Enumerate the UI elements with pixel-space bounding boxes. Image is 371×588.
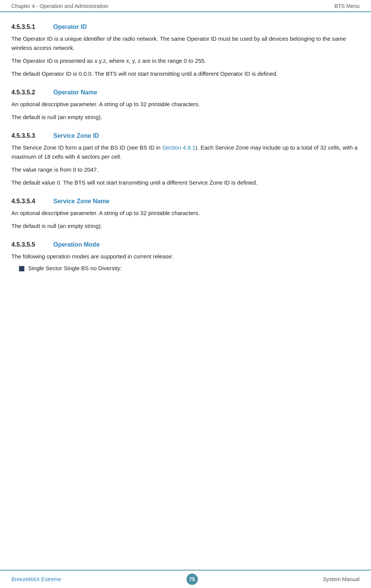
section-body-2: An optional descriptive parameter. A str… bbox=[11, 100, 360, 122]
section-4-5-3-5-5: 4.5.3.5.5 Operation Mode The following o… bbox=[11, 241, 360, 271]
section-4-para-1: An optional descriptive parameter. A str… bbox=[11, 209, 360, 218]
section-body-4: An optional descriptive parameter. A str… bbox=[11, 209, 360, 231]
section-title-5: Operation Mode bbox=[53, 241, 100, 248]
section-3-para-3: The default value 0. The BTS will not st… bbox=[11, 178, 360, 187]
section-body-5: The following operation modes are suppor… bbox=[11, 252, 360, 271]
section-number-5: 4.5.3.5.5 bbox=[11, 241, 53, 248]
main-content: 4.5.3.5.1 Operator ID The Operator ID is… bbox=[0, 12, 371, 570]
section-1-para-2: The Operator ID is presented as x.y.z, w… bbox=[11, 56, 360, 65]
section-1-para-3: The default Operator ID is 0.0.0. The BT… bbox=[11, 69, 360, 78]
section-header-2: 4.5.3.5.2 Operator Name bbox=[11, 89, 360, 96]
section-body-1: The Operator ID is a unique identifier o… bbox=[11, 34, 360, 78]
page-header: Chapter 4 - Operation and Administration… bbox=[0, 0, 371, 12]
bullet-icon-1 bbox=[19, 266, 24, 271]
section-number-4: 4.5.3.5.4 bbox=[11, 198, 53, 205]
section-4-8-1-link[interactable]: Section 4.8.1 bbox=[162, 144, 196, 151]
page-footer: BreezeMAX Extreme 75 System Manual bbox=[0, 570, 371, 588]
header-section: BTS Menu bbox=[334, 3, 360, 9]
section-number-2: 4.5.3.5.2 bbox=[11, 89, 53, 96]
section-title-3: Service Zone ID bbox=[53, 132, 99, 139]
section-2-para-2: The default is null (an empty string). bbox=[11, 113, 360, 122]
section-4-para-2: The default is null (an empty string). bbox=[11, 221, 360, 231]
header-chapter: Chapter 4 - Operation and Administration bbox=[11, 3, 108, 9]
section-1-para-1: The Operator ID is a unique identifier o… bbox=[11, 34, 360, 53]
list-item-1: Single Sector Single BS no Diversity: bbox=[19, 265, 360, 271]
section-4-5-3-5-3: 4.5.3.5.3 Service Zone ID The Service Zo… bbox=[11, 132, 360, 187]
section-header-4: 4.5.3.5.4 Service Zone Name bbox=[11, 198, 360, 205]
section-2-para-1: An optional descriptive parameter. A str… bbox=[11, 100, 360, 109]
section-header-1: 4.5.3.5.1 Operator ID bbox=[11, 24, 360, 30]
section-header-3: 4.5.3.5.3 Service Zone ID bbox=[11, 132, 360, 139]
section-5-para-1: The following operation modes are suppor… bbox=[11, 252, 360, 261]
section-4-5-3-5-2: 4.5.3.5.2 Operator Name An optional desc… bbox=[11, 89, 360, 122]
section-title-1: Operator ID bbox=[53, 24, 87, 30]
section-number-1: 4.5.3.5.1 bbox=[11, 24, 53, 30]
section-header-5: 4.5.3.5.5 Operation Mode bbox=[11, 241, 360, 248]
section-4-5-3-5-1: 4.5.3.5.1 Operator ID The Operator ID is… bbox=[11, 24, 360, 78]
footer-product-name: BreezeMAX Extreme bbox=[11, 576, 61, 582]
section-title-4: Service Zone Name bbox=[53, 198, 110, 205]
section-title-2: Operator Name bbox=[53, 89, 97, 96]
section-4-5-3-5-4: 4.5.3.5.4 Service Zone Name An optional … bbox=[11, 198, 360, 231]
footer-manual-name: System Manual bbox=[323, 576, 360, 582]
list-text-1: Single Sector Single BS no Diversity: bbox=[28, 265, 122, 271]
section-body-3: The Service Zone ID form a part of the B… bbox=[11, 143, 360, 187]
page-number: 75 bbox=[186, 574, 198, 585]
section-3-para-1: The Service Zone ID form a part of the B… bbox=[11, 143, 360, 161]
section-3-para-2: The value range is from 0 to 2047. bbox=[11, 165, 360, 174]
section-number-3: 4.5.3.5.3 bbox=[11, 132, 53, 139]
